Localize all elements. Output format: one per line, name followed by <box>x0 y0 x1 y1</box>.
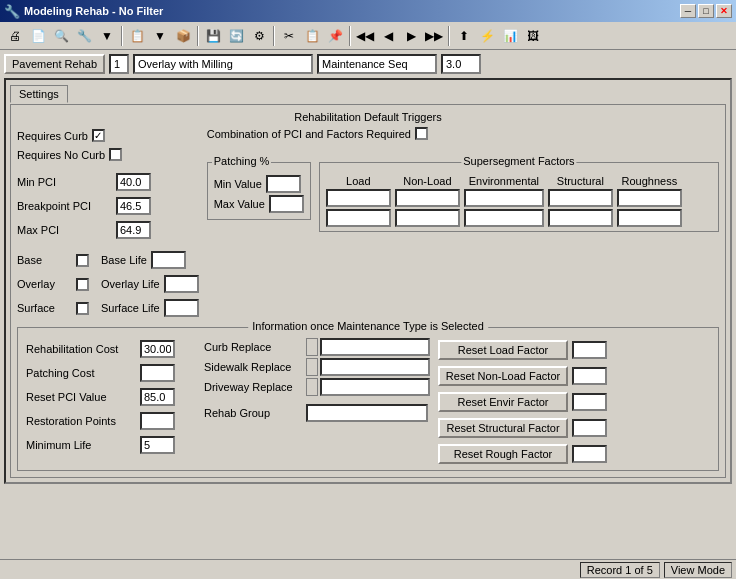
minimize-button[interactable]: ─ <box>680 4 696 18</box>
curb-replace-input[interactable] <box>320 338 430 356</box>
patching-max-input[interactable] <box>269 195 304 213</box>
overlay-life-input[interactable] <box>164 275 199 293</box>
toolbar-cut[interactable]: ✂ <box>278 25 300 47</box>
toolbar-tools[interactable]: 🔧 <box>73 25 95 47</box>
base-life-label: Base Life <box>101 254 147 266</box>
requires-no-curb-checkbox[interactable] <box>109 148 122 161</box>
status-bar: Record 1 of 5 View Mode <box>0 559 736 579</box>
reset-load-factor-input[interactable] <box>572 341 607 359</box>
reset-structural-factor-button[interactable]: Reset Structural Factor <box>438 418 568 438</box>
reset-envir-factor-button[interactable]: Reset Envir Factor <box>438 392 568 412</box>
base-life-input[interactable] <box>151 251 186 269</box>
envir-min-input[interactable] <box>464 189 544 207</box>
rehab-group-row: Rehab Group <box>204 404 430 422</box>
reset-nonload-factor-button[interactable]: Reset Non-Load Factor <box>438 366 568 386</box>
toolbar: 🖨 📄 🔍 🔧 ▼ 📋 ▼ 📦 💾 🔄 ⚙ ✂ 📋 📌 ◀◀ ◀ ▶ ▶▶ ⬆ … <box>0 22 736 50</box>
surface-checkbox[interactable] <box>76 302 89 315</box>
curb-replace-label: Curb Replace <box>204 341 304 353</box>
driveway-replace-slider[interactable] <box>306 378 318 396</box>
load-col-header: Load <box>326 175 391 187</box>
toolbar-package[interactable]: 📦 <box>172 25 194 47</box>
sidewalk-replace-input[interactable] <box>320 358 430 376</box>
structural-max-input[interactable] <box>548 209 613 227</box>
load-max-input[interactable] <box>326 209 391 227</box>
reset-load-factor-button[interactable]: Reset Load Factor <box>438 340 568 360</box>
breakpoint-pci-input[interactable] <box>116 197 151 215</box>
patching-min-input[interactable] <box>266 175 301 193</box>
max-pci-input[interactable] <box>116 221 151 239</box>
toolbar-up[interactable]: ⬆ <box>453 25 475 47</box>
toolbar-new[interactable]: 📄 <box>27 25 49 47</box>
curb-replace-slider[interactable] <box>306 338 318 356</box>
overlay-life-label: Overlay Life <box>101 278 160 290</box>
maintenance-seq-field: Maintenance Seq <box>317 54 437 74</box>
rehab-cost-label: Rehabilitation Cost <box>26 343 136 355</box>
structural-col-header: Structural <box>548 175 613 187</box>
nonload-min-input[interactable] <box>395 189 460 207</box>
pavement-rehab-tab[interactable]: Pavement Rehab <box>4 54 105 74</box>
restoration-pts-input[interactable] <box>140 412 175 430</box>
patching-title: Patching % <box>212 155 272 167</box>
main-area: Pavement Rehab 1 Overlay with Milling Ma… <box>0 50 736 508</box>
toolbar-layout[interactable]: 📋 <box>126 25 148 47</box>
combination-checkbox[interactable] <box>415 127 428 140</box>
overlay-label: Overlay <box>17 278 72 290</box>
min-pci-input[interactable] <box>116 173 151 191</box>
sidewalk-replace-slider[interactable] <box>306 358 318 376</box>
rehab-cost-input[interactable] <box>140 340 175 358</box>
minimum-life-input[interactable] <box>140 436 175 454</box>
patching-cost-input[interactable] <box>140 364 175 382</box>
reset-envir-input[interactable] <box>572 393 607 411</box>
reset-rough-input[interactable] <box>572 445 607 463</box>
toolbar-paste[interactable]: 📌 <box>324 25 346 47</box>
overlay-checkbox[interactable] <box>76 278 89 291</box>
sep2 <box>197 26 199 46</box>
sep1 <box>121 26 123 46</box>
requires-curb-checkbox[interactable]: ✓ <box>92 129 105 142</box>
maximize-button[interactable]: □ <box>698 4 714 18</box>
envir-max-input[interactable] <box>464 209 544 227</box>
reset-pci-input[interactable] <box>140 388 175 406</box>
seq-value-field: 3.0 <box>441 54 481 74</box>
rehab-group-label: Rehab Group <box>204 407 304 419</box>
toolbar-last[interactable]: ▶▶ <box>423 25 445 47</box>
settings-tab[interactable]: Settings <box>10 85 68 103</box>
reset-rough-factor-button[interactable]: Reset Rough Factor <box>438 444 568 464</box>
restoration-pts-label: Restoration Points <box>26 415 136 427</box>
surface-life-input[interactable] <box>164 299 199 317</box>
roughness-min-input[interactable] <box>617 189 682 207</box>
minimum-life-label: Minimum Life <box>26 439 136 451</box>
toolbar-prev[interactable]: ◀ <box>377 25 399 47</box>
toolbar-lightning[interactable]: ⚡ <box>476 25 498 47</box>
reset-nonload-input[interactable] <box>572 367 607 385</box>
toolbar-chart[interactable]: 📊 <box>499 25 521 47</box>
driveway-replace-label: Driveway Replace <box>204 381 304 393</box>
toolbar-save[interactable]: 💾 <box>202 25 224 47</box>
load-min-input[interactable] <box>326 189 391 207</box>
base-checkbox[interactable] <box>76 254 89 267</box>
toolbar-print[interactable]: 🖨 <box>4 25 26 47</box>
main-panel: Settings Rehabilitation Default Triggers… <box>4 78 732 484</box>
toolbar-search[interactable]: 🔍 <box>50 25 72 47</box>
sidewalk-replace-row: Sidewalk Replace <box>204 358 430 376</box>
reset-structural-input[interactable] <box>572 419 607 437</box>
min-value-label: Min Value <box>214 178 262 190</box>
window-controls: ─ □ ✕ <box>680 4 732 18</box>
nonload-max-input[interactable] <box>395 209 460 227</box>
rehab-group-input[interactable] <box>306 404 428 422</box>
toolbar-filter-dropdown[interactable]: ▼ <box>96 25 118 47</box>
patching-cost-label: Patching Cost <box>26 367 136 379</box>
toolbar-layout-dropdown[interactable]: ▼ <box>149 25 171 47</box>
toolbar-copy[interactable]: 📋 <box>301 25 323 47</box>
roughness-max-input[interactable] <box>617 209 682 227</box>
toolbar-first[interactable]: ◀◀ <box>354 25 376 47</box>
toolbar-next[interactable]: ▶ <box>400 25 422 47</box>
driveway-replace-input[interactable] <box>320 378 430 396</box>
toolbar-settings[interactable]: ⚙ <box>248 25 270 47</box>
structural-min-input[interactable] <box>548 189 613 207</box>
toolbar-reload[interactable]: 🔄 <box>225 25 247 47</box>
toolbar-image[interactable]: 🖼 <box>522 25 544 47</box>
sep4 <box>349 26 351 46</box>
curb-replace-row: Curb Replace <box>204 338 430 356</box>
close-button[interactable]: ✕ <box>716 4 732 18</box>
